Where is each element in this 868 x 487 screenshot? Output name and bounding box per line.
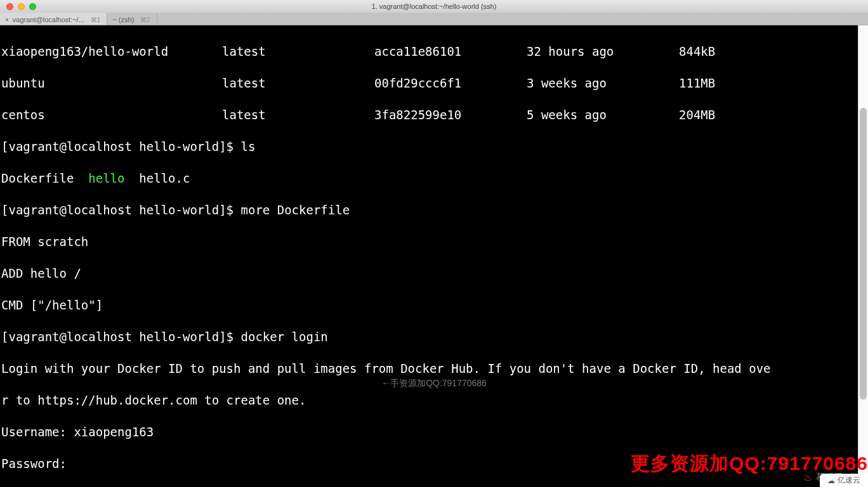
prompt-line: [vagrant@localhost hello-world]$ docker … [1, 329, 867, 345]
watermark-center: ←手资源加QQ:791770686 [0, 375, 868, 391]
tab-zsh[interactable]: ~ (zsh) ⌘2 [107, 13, 157, 25]
tab-shortcut: ⌘2 [140, 16, 150, 23]
ls-output: Dockerfile hello hello.c [1, 171, 867, 186]
close-tab-icon[interactable]: × [5, 16, 9, 23]
vertical-scrollbar[interactable] [858, 25, 868, 487]
output-line: r to https://hub.docker.com to create on… [1, 393, 867, 408]
terminal-window: 1. vagrant@localhost:~/hello-world (ssh)… [0, 0, 868, 487]
output-line: Username: xiaopeng163 [1, 424, 867, 440]
table-row: centoslatest3fa822599e105 weeks ago204MB [1, 107, 867, 123]
tab-ssh[interactable]: × vagrant@localhost:~/... ⌘1 [0, 13, 107, 25]
output-line: ADD hello / [1, 266, 867, 282]
window-titlebar: 1. vagrant@localhost:~/hello-world (ssh) [0, 0, 868, 13]
close-icon[interactable] [6, 3, 13, 10]
output-line: CMD ["/hello"] [1, 297, 867, 313]
terminal-body[interactable]: xiaopeng163/hello-worldlatestacca11e8610… [0, 25, 868, 487]
table-row: xiaopeng163/hello-worldlatestacca11e8610… [1, 44, 867, 60]
prompt-line: [vagrant@localhost hello-world]$ ls [1, 139, 867, 155]
tab-label: ~ (zsh) [112, 16, 134, 23]
tab-bar: × vagrant@localhost:~/... ⌘1 ~ (zsh) ⌘2 [0, 13, 868, 25]
promo-banner: 更多资源加QQ:791770686 [631, 451, 868, 477]
scroll-thumb[interactable] [860, 108, 867, 399]
tab-shortcut: ⌘1 [91, 16, 101, 23]
cloud-icon: ☁ [827, 476, 835, 485]
zoom-icon[interactable] [29, 3, 36, 10]
output-line: FROM scratch [1, 234, 867, 250]
table-row: ubuntulatest00fd29ccc6f13 weeks ago111MB [1, 75, 867, 91]
prompt-line: [vagrant@localhost hello-world]$ more Do… [1, 202, 867, 218]
output-line: Login with your Docker ID to push and pu… [1, 361, 867, 377]
tab-label: vagrant@localhost:~/... [13, 16, 84, 23]
minimize-icon[interactable] [18, 3, 25, 10]
logo-yisu: ☁亿速云 [820, 474, 868, 487]
window-title: 1. vagrant@localhost:~/hello-world (ssh) [0, 3, 868, 10]
window-controls [0, 3, 36, 10]
